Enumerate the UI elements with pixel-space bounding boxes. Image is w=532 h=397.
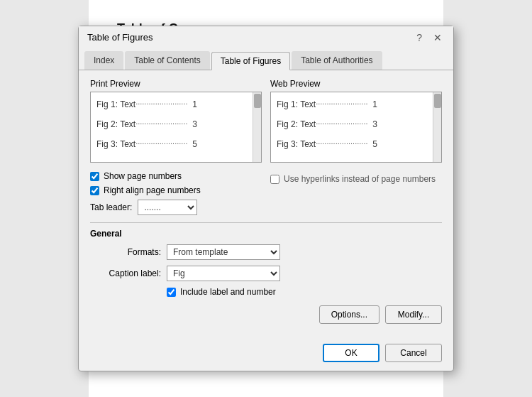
show-page-numbers-row: Show page numbers	[90, 171, 262, 181]
print-preview-row-1: Fig 1: Text........................1	[96, 97, 245, 111]
formats-label: Formats:	[90, 247, 161, 257]
title-bar: Table of Figures ? ✕	[79, 26, 453, 48]
web-preview-row-2: Fig 2: Text........................3	[277, 116, 426, 131]
use-hyperlinks-checkbox[interactable]	[270, 175, 279, 184]
dialog-overlay: Table of Figures ? ✕ Index Table of Cont…	[0, 0, 532, 397]
options-section: Show page numbers Right align page numbe…	[90, 171, 442, 215]
tab-leader-select[interactable]: ....... ------- ________ (none)	[138, 200, 197, 215]
web-preview-scrollbar[interactable]	[433, 92, 441, 162]
show-page-numbers-checkbox[interactable]	[90, 172, 99, 181]
dialog-title: Table of Figures	[87, 32, 153, 43]
divider	[90, 222, 442, 223]
action-buttons-row: Options... Modify...	[90, 305, 442, 324]
include-label-checkbox[interactable]	[167, 288, 176, 297]
print-preview-scrollbar[interactable]	[253, 92, 261, 162]
print-preview-row-3: Fig 3: Text........................5	[96, 136, 245, 151]
right-align-row: Right align page numbers	[90, 185, 262, 195]
caption-label-select[interactable]: Fig Figure Table Equation	[167, 266, 280, 281]
title-bar-controls: ? ✕	[414, 33, 445, 43]
general-section-label: General	[90, 229, 442, 239]
preview-section: Print Preview Fig 1: Text...............…	[90, 79, 442, 163]
help-button[interactable]: ?	[414, 33, 425, 43]
web-preview-content: Fig 1: Text........................1 Fig…	[270, 92, 442, 163]
ok-button[interactable]: OK	[323, 344, 379, 362]
dialog-footer: OK Cancel	[79, 338, 453, 371]
right-align-checkbox[interactable]	[90, 186, 99, 195]
caption-label-label: Caption label:	[90, 268, 161, 278]
include-label-label[interactable]: Include label and number	[180, 287, 276, 297]
include-label-row: Include label and number	[167, 287, 442, 297]
web-preview-row-1: Fig 1: Text........................1	[277, 97, 426, 111]
tab-leader-row: Tab leader: ....... ------- ________ (no…	[90, 200, 262, 215]
dialog-body: Print Preview Fig 1: Text...............…	[79, 70, 453, 338]
print-preview-box: Print Preview Fig 1: Text...............…	[90, 79, 262, 163]
formats-select[interactable]: From template Classic Distinctive Center…	[167, 244, 280, 260]
use-hyperlinks-label[interactable]: Use hyperlinks instead of page numbers	[284, 174, 436, 184]
general-section: General Formats: From template Classic D…	[90, 229, 442, 297]
print-preview-content: Fig 1: Text........................1 Fig…	[90, 92, 262, 163]
modify-button[interactable]: Modify...	[385, 305, 442, 324]
use-hyperlinks-row: Use hyperlinks instead of page numbers	[270, 174, 442, 184]
scroll-thumb	[254, 94, 261, 108]
tab-leader-label: Tab leader:	[90, 202, 132, 212]
tab-table-of-contents[interactable]: Table of Contents	[125, 51, 209, 70]
caption-label-row: Caption label: Fig Figure Table Equation	[90, 266, 442, 281]
web-scroll-thumb	[434, 94, 441, 108]
tab-index[interactable]: Index	[84, 51, 123, 70]
options-button[interactable]: Options...	[319, 305, 379, 324]
tab-table-of-authorities[interactable]: Table of Authorities	[292, 51, 382, 70]
close-button[interactable]: ✕	[431, 33, 445, 43]
options-right: Use hyperlinks instead of page numbers	[270, 171, 442, 215]
tab-table-of-figures[interactable]: Table of Figures	[211, 52, 290, 70]
tab-bar: Index Table of Contents Table of Figures…	[79, 48, 453, 70]
web-preview-row-3: Fig 3: Text........................5	[277, 136, 426, 151]
web-preview-label: Web Preview	[270, 79, 442, 89]
formats-row: Formats: From template Classic Distincti…	[90, 244, 442, 260]
options-left: Show page numbers Right align page numbe…	[90, 171, 262, 215]
table-of-figures-dialog: Table of Figures ? ✕ Index Table of Cont…	[78, 26, 454, 371]
show-page-numbers-label[interactable]: Show page numbers	[104, 171, 182, 181]
web-preview-box: Web Preview Fig 1: Text.................…	[270, 79, 442, 163]
print-preview-label: Print Preview	[90, 79, 262, 89]
print-preview-row-2: Fig 2: Text........................3	[96, 116, 245, 131]
cancel-button[interactable]: Cancel	[385, 344, 442, 362]
right-align-label[interactable]: Right align page numbers	[104, 185, 201, 195]
